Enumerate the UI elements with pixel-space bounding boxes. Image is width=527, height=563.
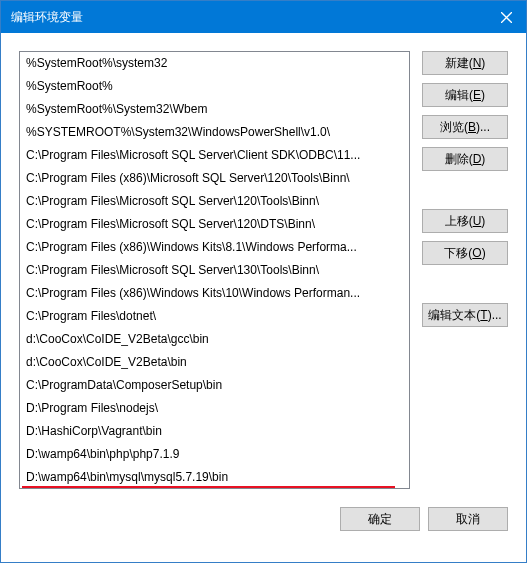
window-title: 编辑环境变量 <box>11 9 83 26</box>
path-entry[interactable]: C:\Program Files (x86)\Microsoft SQL Ser… <box>20 167 409 190</box>
path-entry[interactable]: C:\Program Files (x86)\Windows Kits\10\W… <box>20 282 409 305</box>
cancel-button[interactable]: 取消 <box>428 507 508 531</box>
side-buttons: 新建(N) 编辑(E) 浏览(B)... 删除(D) 上移(U) 下移(O) 编… <box>422 51 508 489</box>
ok-button[interactable]: 确定 <box>340 507 420 531</box>
close-button[interactable] <box>486 1 526 33</box>
close-icon <box>501 12 512 23</box>
path-entry[interactable]: C:\Program Files (x86)\Windows Kits\8.1\… <box>20 236 409 259</box>
edittext-button[interactable]: 编辑文本(T)... <box>422 303 508 327</box>
path-entry[interactable]: C:\Program Files\Microsoft SQL Server\12… <box>20 213 409 236</box>
path-entry[interactable]: C:\Program Files\Microsoft SQL Server\13… <box>20 259 409 282</box>
path-entry[interactable]: C:\ProgramData\ComposerSetup\bin <box>20 374 409 397</box>
delete-button[interactable]: 删除(D) <box>422 147 508 171</box>
titlebar: 编辑环境变量 <box>1 1 526 33</box>
path-entry[interactable]: C:\Program Files\Microsoft SQL Server\12… <box>20 190 409 213</box>
path-entry[interactable]: D:\wamp64\bin\php\php7.1.9 <box>20 443 409 466</box>
browse-button[interactable]: 浏览(B)... <box>422 115 508 139</box>
dialog-footer: 确定 取消 <box>1 489 526 549</box>
path-entry[interactable]: C:\Program Files\Microsoft SQL Server\Cl… <box>20 144 409 167</box>
path-entry[interactable]: D:\wamp64\bin\mysql\mysql5.7.19\bin <box>20 466 409 489</box>
movedown-button[interactable]: 下移(O) <box>422 241 508 265</box>
path-entry[interactable]: %SYSTEMROOT%\System32\WindowsPowerShell\… <box>20 121 409 144</box>
new-button[interactable]: 新建(N) <box>422 51 508 75</box>
path-entry[interactable]: %SystemRoot%\System32\Wbem <box>20 98 409 121</box>
moveup-button[interactable]: 上移(U) <box>422 209 508 233</box>
path-entry[interactable]: D:\Program Files\nodejs\ <box>20 397 409 420</box>
path-entry[interactable]: %SystemRoot%\system32 <box>20 52 409 75</box>
path-entry[interactable]: C:\Program Files\dotnet\ <box>20 305 409 328</box>
path-entry[interactable]: %SystemRoot% <box>20 75 409 98</box>
edit-button[interactable]: 编辑(E) <box>422 83 508 107</box>
path-entry[interactable]: d:\CooCox\CoIDE_V2Beta\bin <box>20 351 409 374</box>
path-entry[interactable]: D:\HashiCorp\Vagrant\bin <box>20 420 409 443</box>
path-entry[interactable]: d:\CooCox\CoIDE_V2Beta\gcc\bin <box>20 328 409 351</box>
path-listbox[interactable]: %SystemRoot%\system32%SystemRoot%%System… <box>19 51 410 489</box>
